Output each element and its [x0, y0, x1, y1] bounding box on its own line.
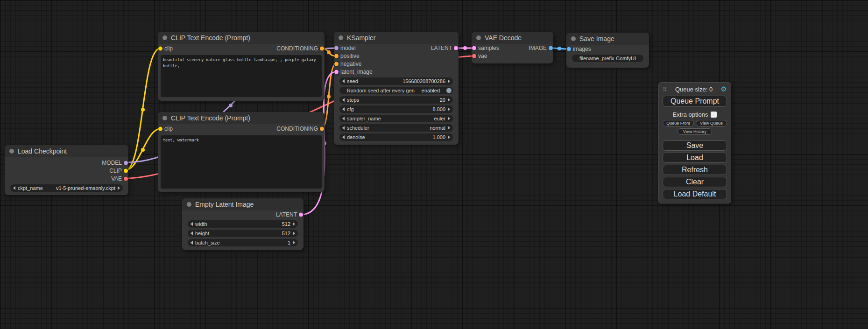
output-label-latent: LATENT	[276, 211, 297, 218]
node-vae-decode[interactable]: VAE Decode samples IMAGE vae	[472, 32, 553, 63]
node-save-image[interactable]: Save Image images filename_prefix ComfyU…	[566, 33, 649, 68]
widget-value: enabled	[422, 88, 440, 93]
node-title-bar[interactable]: VAE Decode	[472, 32, 553, 44]
filename-prefix-widget[interactable]: filename_prefix ComfyUI	[572, 55, 643, 62]
output-port-latent[interactable]	[454, 46, 458, 50]
collapse-dot-icon[interactable]	[9, 149, 14, 154]
view-queue-button[interactable]: View Queue	[696, 120, 727, 126]
output-port-image[interactable]	[549, 46, 553, 50]
input-port-model[interactable]	[334, 46, 339, 50]
steps-widget[interactable]: steps 20	[339, 96, 453, 104]
node-title-bar[interactable]: CLIP Text Encode (Prompt)	[158, 112, 325, 124]
scheduler-widget[interactable]: scheduler normal	[339, 124, 453, 132]
node-title-bar[interactable]: Load Checkpoint	[5, 145, 128, 157]
collapse-dot-icon[interactable]	[162, 116, 167, 120]
collapse-dot-icon[interactable]	[571, 36, 576, 41]
increment-arrow-icon[interactable]	[448, 98, 450, 102]
input-port-clip[interactable]	[158, 47, 162, 51]
increment-arrow-icon[interactable]	[118, 186, 120, 190]
cfg-widget[interactable]: cfg 8.000	[339, 105, 453, 113]
increment-arrow-icon[interactable]	[448, 126, 450, 130]
clear-button[interactable]: Clear	[663, 177, 727, 187]
input-port-negative[interactable]	[334, 62, 339, 66]
node-title-bar[interactable]: CLIP Text Encode (Prompt)	[158, 32, 325, 44]
decrement-arrow-icon[interactable]	[191, 231, 193, 235]
input-port-images[interactable]	[567, 47, 571, 51]
output-port-conditioning[interactable]	[320, 47, 324, 51]
node-clip-text-encode-negative[interactable]: CLIP Text Encode (Prompt) clip CONDITION…	[158, 112, 325, 192]
decrement-arrow-icon[interactable]	[342, 135, 345, 139]
load-default-button[interactable]: Load Default	[663, 189, 727, 199]
node-ksampler[interactable]: KSampler model LATENT positive negative …	[334, 32, 459, 145]
queue-prompt-button[interactable]: Queue Prompt	[663, 96, 727, 107]
prompt-textarea[interactable]: beautiful scenery nature glass bottle la…	[161, 55, 322, 97]
node-title: CLIP Text Encode (Prompt)	[171, 114, 250, 122]
prompt-textarea[interactable]: text, watermark	[161, 135, 322, 189]
collapse-dot-icon[interactable]	[187, 202, 191, 207]
decrement-arrow-icon[interactable]	[191, 222, 193, 226]
input-port-vae[interactable]	[472, 54, 476, 58]
load-button[interactable]: Load	[663, 153, 727, 163]
batch-size-widget[interactable]: batch_size 1	[188, 239, 298, 246]
decrement-arrow-icon[interactable]	[342, 98, 345, 102]
wire-midpoint-dot	[229, 104, 233, 107]
collapse-dot-icon[interactable]	[476, 35, 481, 40]
input-port-positive[interactable]	[334, 54, 339, 58]
output-port-clip[interactable]	[124, 168, 128, 173]
denoise-widget[interactable]: denoise 1.000	[339, 133, 453, 141]
extra-options-checkbox[interactable]	[711, 112, 717, 118]
decrement-arrow-icon[interactable]	[342, 117, 345, 120]
refresh-button[interactable]: Refresh	[663, 165, 727, 175]
decrement-arrow-icon[interactable]	[13, 186, 15, 190]
random-seed-toggle-widget[interactable]: Random seed after every gen enabled	[339, 87, 453, 94]
increment-arrow-icon[interactable]	[293, 241, 295, 245]
width-widget[interactable]: width 512	[188, 220, 298, 228]
collapse-dot-icon[interactable]	[162, 35, 167, 40]
decrement-arrow-icon[interactable]	[342, 126, 345, 130]
output-port-vae[interactable]	[124, 176, 128, 181]
decrement-arrow-icon[interactable]	[342, 79, 345, 83]
sampler-name-widget[interactable]: sampler_name euler	[339, 115, 453, 122]
increment-arrow-icon[interactable]	[293, 222, 295, 226]
output-port-conditioning[interactable]	[320, 127, 324, 131]
view-history-button[interactable]: View History	[677, 128, 712, 135]
drag-handle-icon[interactable]: ⠿	[663, 86, 667, 93]
node-title-bar[interactable]: Save Image	[566, 33, 649, 45]
widget-value: ComfyUI	[616, 56, 636, 61]
increment-arrow-icon[interactable]	[293, 231, 295, 235]
save-button[interactable]: Save	[663, 140, 727, 151]
ckpt-name-widget[interactable]: ckpt_name v1-5-pruned-emaonly.ckpt	[10, 184, 123, 192]
wire-midpoint-dot	[327, 50, 331, 54]
increment-arrow-icon[interactable]	[448, 107, 450, 111]
increment-arrow-icon[interactable]	[448, 135, 450, 139]
output-label-conditioning: CONDITIONING	[276, 45, 318, 52]
seed-widget[interactable]: seed 156680208700286	[339, 77, 453, 85]
input-port-samples[interactable]	[472, 46, 476, 50]
output-label-latent: LATENT	[431, 45, 452, 51]
node-title-bar[interactable]: Empty Latent Image	[182, 198, 303, 210]
output-port-model[interactable]	[124, 161, 128, 165]
input-label-samples: samples	[478, 45, 499, 51]
graph-canvas[interactable]: Load Checkpoint MODEL CLIP VAE ckpt_name…	[0, 0, 868, 329]
height-widget[interactable]: height 512	[188, 230, 298, 237]
collapse-dot-icon[interactable]	[339, 35, 343, 40]
widget-value: normal	[430, 125, 445, 131]
queue-front-button[interactable]: Queue Front	[663, 120, 694, 126]
node-title-bar[interactable]: KSampler	[334, 32, 459, 44]
node-clip-text-encode-positive[interactable]: CLIP Text Encode (Prompt) clip CONDITION…	[158, 32, 325, 101]
output-port-latent[interactable]	[299, 212, 303, 217]
decrement-arrow-icon[interactable]	[191, 241, 193, 245]
slot-row: negative	[334, 60, 459, 68]
input-port-latent-image[interactable]	[334, 70, 339, 74]
slot-row: clip CONDITIONING	[158, 124, 325, 133]
toggle-knob-icon[interactable]	[446, 88, 452, 93]
increment-arrow-icon[interactable]	[448, 117, 450, 120]
node-load-checkpoint[interactable]: Load Checkpoint MODEL CLIP VAE ckpt_name…	[5, 145, 128, 195]
node-empty-latent-image[interactable]: Empty Latent Image LATENT width 512 heig…	[182, 198, 303, 250]
increment-arrow-icon[interactable]	[448, 79, 450, 83]
settings-gear-icon[interactable]: ⚙	[721, 85, 727, 93]
input-port-clip[interactable]	[158, 127, 162, 131]
output-label-clip: CLIP	[109, 168, 122, 174]
input-label-vae: vae	[478, 53, 487, 59]
decrement-arrow-icon[interactable]	[342, 107, 345, 111]
